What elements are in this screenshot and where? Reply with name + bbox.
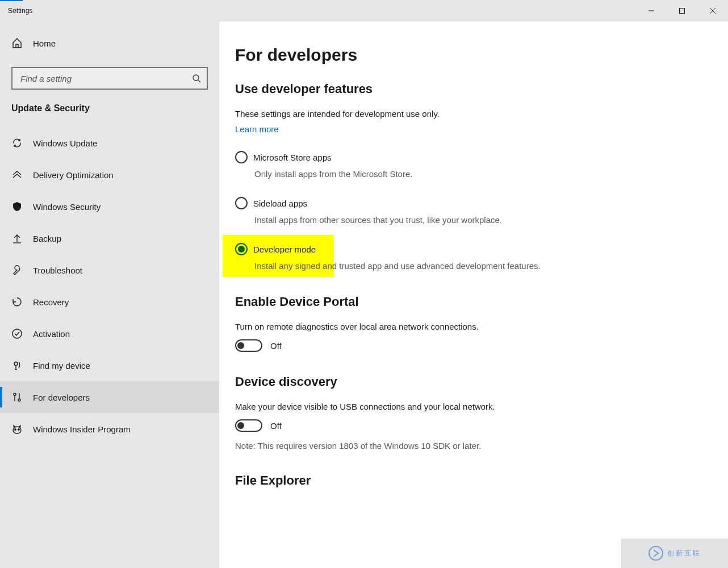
developers-icon xyxy=(11,392,23,403)
radio-label: Microsoft Store apps xyxy=(253,153,332,162)
sidebar-item-label: Backup xyxy=(33,234,61,243)
sidebar-item-label: Find my device xyxy=(33,361,90,371)
radio-desc: Install any signed and trusted app and u… xyxy=(235,260,553,272)
sidebar: Home Update & Security Windows Update De… xyxy=(0,22,219,568)
close-button[interactable] xyxy=(697,0,728,22)
radio-desc: Install apps from other sources that you… xyxy=(235,214,553,226)
device-discovery-heading: Device discovery xyxy=(235,375,728,389)
titlebar: Settings xyxy=(0,0,728,22)
search-box[interactable] xyxy=(11,67,208,90)
sidebar-item-troubleshoot[interactable]: Troubleshoot xyxy=(0,254,219,286)
recovery-icon xyxy=(11,296,23,308)
device-portal-desc: Turn on remote diagnostics over local ar… xyxy=(235,322,728,331)
radio-icon xyxy=(235,151,248,163)
sidebar-item-backup[interactable]: Backup xyxy=(0,222,219,254)
sidebar-item-label: Delivery Optimization xyxy=(33,170,114,180)
check-circle-icon xyxy=(11,328,23,339)
sidebar-item-label: Activation xyxy=(33,329,70,339)
radio-sideload[interactable]: Sideload apps xyxy=(235,197,728,209)
minimize-button[interactable] xyxy=(636,0,667,22)
sidebar-item-windows-insider[interactable]: Windows Insider Program xyxy=(0,413,219,445)
radio-label: Sideload apps xyxy=(253,199,307,208)
radio-label: Developer mode xyxy=(253,245,316,254)
device-portal-state: Off xyxy=(270,341,282,351)
home-icon xyxy=(11,37,23,49)
window-controls xyxy=(636,0,728,22)
sidebar-item-label: Troubleshoot xyxy=(33,266,82,275)
radio-store-apps[interactable]: Microsoft Store apps xyxy=(235,151,728,163)
maximize-button[interactable] xyxy=(667,0,697,22)
sidebar-item-for-developers[interactable]: For developers xyxy=(0,381,219,413)
device-portal-toggle[interactable] xyxy=(235,339,262,352)
sidebar-item-label: Windows Insider Program xyxy=(33,424,131,434)
device-discovery-note: Note: This requires version 1803 of the … xyxy=(235,441,728,451)
watermark: 创新互联 xyxy=(621,538,728,568)
sidebar-item-recovery[interactable]: Recovery xyxy=(0,286,219,318)
insider-icon xyxy=(11,423,23,435)
sidebar-item-find-my-device[interactable]: Find my device xyxy=(0,350,219,381)
sidebar-item-windows-update[interactable]: Windows Update xyxy=(0,127,219,159)
titlebar-label: Settings xyxy=(8,7,32,15)
radio-option-developer-mode: Developer mode Install any signed and tr… xyxy=(235,243,728,272)
sidebar-category: Update & Security xyxy=(0,103,219,127)
file-explorer-heading: File Explorer xyxy=(235,473,728,488)
sidebar-item-label: Windows Update xyxy=(33,138,97,148)
sidebar-home[interactable]: Home xyxy=(0,27,219,59)
device-discovery-state: Off xyxy=(270,421,282,431)
search-input[interactable] xyxy=(20,74,192,83)
svg-point-17 xyxy=(649,546,663,560)
svg-point-4 xyxy=(193,75,199,81)
wrench-icon xyxy=(11,264,23,276)
page-title: For developers xyxy=(235,45,728,65)
radio-desc: Only install apps from the Microsoft Sto… xyxy=(235,168,553,180)
shield-icon xyxy=(11,201,23,212)
backup-icon xyxy=(11,233,23,244)
sidebar-item-label: Windows Security xyxy=(33,202,101,212)
svg-point-9 xyxy=(14,362,18,365)
dev-features-desc: These settings are intended for developm… xyxy=(235,109,728,119)
svg-rect-1 xyxy=(680,9,685,14)
radio-option-sideload: Sideload apps Install apps from other so… xyxy=(235,197,728,226)
learn-more-link[interactable]: Learn more xyxy=(235,124,279,134)
watermark-text: 创新互联 xyxy=(667,549,701,558)
find-device-icon xyxy=(11,360,23,371)
radio-icon xyxy=(235,197,248,209)
device-portal-heading: Enable Device Portal xyxy=(235,294,728,309)
svg-point-15 xyxy=(15,429,16,430)
device-discovery-toggle[interactable] xyxy=(235,419,262,432)
sidebar-item-label: For developers xyxy=(33,393,90,402)
dev-features-heading: Use developer features xyxy=(235,82,728,96)
sidebar-item-windows-security[interactable]: Windows Security xyxy=(0,191,219,222)
home-label: Home xyxy=(33,39,56,48)
svg-point-10 xyxy=(14,393,16,396)
svg-line-5 xyxy=(198,80,200,82)
sidebar-item-label: Recovery xyxy=(33,297,69,307)
svg-point-16 xyxy=(18,429,19,430)
sidebar-item-delivery-optimization[interactable]: Delivery Optimization xyxy=(0,159,219,191)
device-discovery-desc: Make your device visible to USB connecti… xyxy=(235,402,728,411)
svg-point-8 xyxy=(12,329,22,338)
search-icon xyxy=(192,74,201,83)
radio-option-store-apps: Microsoft Store apps Only install apps f… xyxy=(235,151,728,180)
radio-developer-mode[interactable]: Developer mode xyxy=(235,243,728,255)
radio-icon xyxy=(235,243,248,255)
sync-icon xyxy=(11,137,23,149)
svg-point-12 xyxy=(18,399,20,401)
delivery-icon xyxy=(11,169,23,180)
sidebar-item-activation[interactable]: Activation xyxy=(0,318,219,350)
main-content: For developers Use developer features Th… xyxy=(219,22,728,568)
